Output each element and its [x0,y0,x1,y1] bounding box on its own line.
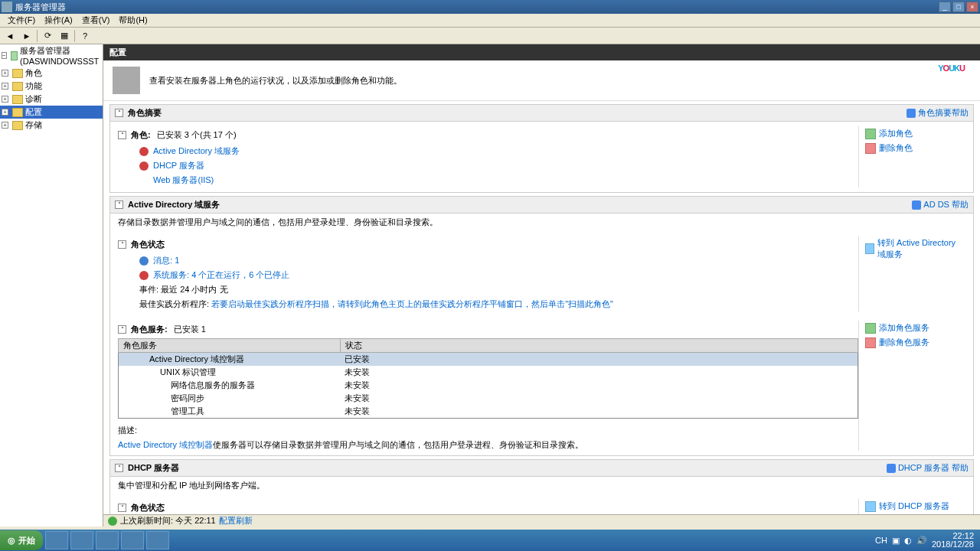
tree-item[interactable]: +存储 [0,119,103,132]
messages-link[interactable]: 消息: 1 [153,255,179,266]
table-row[interactable]: 管理工具未安装 [119,405,858,419]
col-service[interactable]: 角色服务 [119,339,341,353]
clock[interactable]: 22:12 2018/12/28 [932,532,974,549]
toolbar: ◄ ► ⟳ ▦ ? [0,28,980,44]
error-icon [139,147,149,156]
lang-indicator[interactable]: CH [875,536,887,545]
goto-adds-link[interactable]: 转到 Active Directory 域服务 [865,236,965,262]
remove-role-services-link[interactable]: 删除角色服务 [865,335,965,350]
tree-item-label: 配置 [25,106,42,118]
add-role-services-link[interactable]: 添加角色服务 [865,321,965,335]
content-scroll[interactable]: ˄ 角色摘要 角色摘要帮助 ˄ 角色: 已安装 3 个(共 17 个) Acti… [103,101,980,514]
tree-toggle-icon[interactable]: + [2,70,8,77]
error-icon [139,271,149,280]
collapse-icon[interactable]: ˄ [115,109,123,117]
tray-icon[interactable]: ▣ [892,536,900,546]
section-roles-summary: ˄ 角色摘要 角色摘要帮助 ˄ 角色: 已安装 3 个(共 17 个) Acti… [109,104,974,193]
collapse-icon[interactable]: ˄ [118,325,126,334]
help-link[interactable]: AD DS 帮助 [912,199,969,210]
task-item[interactable] [121,531,144,549]
help-button[interactable]: ? [78,29,92,43]
col-status[interactable]: 状态 [340,339,858,353]
tree-toggle-icon[interactable]: + [2,109,8,116]
role-services-title: 角色服务: [131,324,168,335]
tree-root-label: 服务器管理器 (DASWINDOWSSST [20,45,101,66]
app-icon [2,2,12,12]
watermark: YOUKU [938,52,965,77]
role-link-iis[interactable]: Web 服务器(IIS) [153,174,214,186]
role-link-dhcp[interactable]: DHCP 服务器 [153,160,204,171]
help-link[interactable]: DHCP 服务器 帮助 [887,462,969,474]
goto-icon [865,501,876,512]
remove-icon [865,337,876,348]
taskbar: ◎开始 CH ▣ ◐ 🔊 22:12 2018/12/28 [0,530,980,551]
task-item[interactable] [70,531,93,549]
start-button[interactable]: ◎开始 [0,530,43,550]
collapse-icon[interactable]: ˄ [115,201,123,209]
role-services-count: 已安装 1 [174,324,206,335]
tree-toggle-icon[interactable]: − [2,52,7,59]
separator [37,30,38,42]
tray-icon[interactable]: ◐ [904,536,912,546]
table-row[interactable]: 网络信息服务的服务器未安装 [119,379,858,392]
task-item[interactable] [45,531,68,549]
section-adds: ˄ Active Directory 域服务 AD DS 帮助 存储目录数据并管… [109,196,974,456]
task-item[interactable] [96,531,119,549]
help-icon [912,201,921,210]
close-button[interactable]: × [966,2,978,12]
config-refresh-link[interactable]: 配置刷新 [219,515,253,527]
menu-file[interactable]: 文件(F) [3,13,40,28]
service-name: 管理工具 [119,405,341,419]
table-row[interactable]: UNIX 标识管理未安装 [119,366,858,379]
forward-button[interactable]: ► [20,29,34,43]
folder-icon [12,95,23,104]
tree-toggle-icon[interactable]: + [2,122,8,129]
status-title: 角色状态 [131,239,165,250]
tree-item[interactable]: +诊断 [0,93,103,106]
remove-roles-link[interactable]: 删除角色 [865,141,965,155]
section-title: Active Directory 域服务 [128,199,912,210]
maximize-button[interactable]: □ [952,2,965,12]
add-roles-link[interactable]: 添加角色 [865,126,965,141]
role-services-table: 角色服务状态 Active Directory 域控制器已安装UNIX 标识管理… [118,338,858,419]
up-button[interactable]: ⟳ [41,29,54,43]
collapse-icon[interactable]: ˄ [118,131,126,139]
collapse-icon[interactable]: ˄ [118,240,126,249]
tree-item[interactable]: +功能 [0,80,103,93]
help-link[interactable]: 角色摘要帮助 [906,107,969,119]
tree-root[interactable]: − 服务器管理器 (DASWINDOWSSST [0,44,103,67]
table-row[interactable]: 密码同步未安装 [119,392,858,405]
tree-item-label: 功能 [25,80,42,92]
tray-icon[interactable]: 🔊 [916,536,927,546]
menu-operation[interactable]: 操作(A) [40,13,77,28]
role-link-adds[interactable]: Active Directory 域服务 [153,145,240,157]
tree-item[interactable]: +角色 [0,67,103,80]
tree-toggle-icon[interactable]: + [2,83,8,90]
minimize-button[interactable]: _ [939,2,951,12]
collapse-icon[interactable]: ˄ [118,504,126,512]
prop-button[interactable]: ▦ [57,29,71,43]
tree-item-label: 诊断 [25,93,42,105]
bpa-label: 最佳实践分析程序: 若要启动最佳实践分析程序扫描，请转到此角色主页上的最佳实践分… [139,298,613,310]
collapse-icon[interactable]: ˄ [115,464,123,472]
content-header: 配置 [103,44,980,60]
adds-desc-link[interactable]: Active Directory 域控制器 [118,440,213,449]
services-link[interactable]: 系统服务: 4 个正在运行，6 个已停止 [153,269,289,281]
service-status: 未安装 [340,392,858,405]
service-name: 网络信息服务的服务器 [119,379,341,392]
tree-item[interactable]: +配置 [0,106,103,119]
folder-icon [12,108,23,117]
table-row[interactable]: Active Directory 域控制器已安装 [119,353,858,367]
service-name: UNIX 标识管理 [119,366,341,379]
add-icon [865,323,876,334]
goto-dhcp-link[interactable]: 转到 DHCP 服务器 [865,499,965,514]
menubar: 文件(F) 操作(A) 查看(V) 帮助(H) [0,14,980,28]
task-item[interactable] [146,531,169,549]
system-tray: CH ▣ ◐ 🔊 22:12 2018/12/28 [869,532,980,549]
tree-toggle-icon[interactable]: + [2,96,8,103]
menu-view[interactable]: 查看(V) [77,13,115,28]
service-name: Active Directory 域控制器 [119,353,341,367]
dhcp-desc: 集中管理和分配 IP 地址到网络客户端。 [110,477,973,494]
back-button[interactable]: ◄ [3,29,17,43]
menu-help[interactable]: 帮助(H) [114,13,152,28]
